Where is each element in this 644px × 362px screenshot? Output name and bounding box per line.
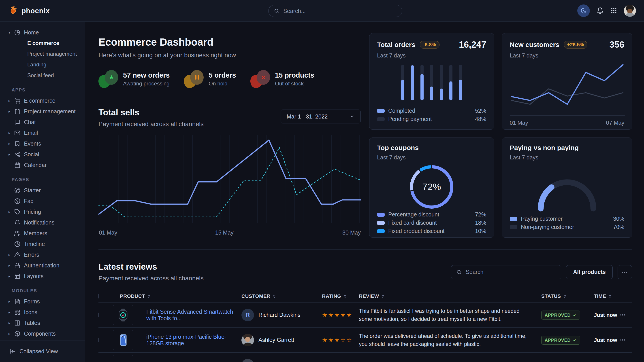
sidebar-item-icons[interactable]: ▸Icons xyxy=(0,307,85,318)
share-icon xyxy=(14,151,20,157)
check-icon: ✓ xyxy=(573,338,577,342)
theme-toggle-button[interactable] xyxy=(577,4,590,17)
date-range-select[interactable]: Mar 1 - 31, 2022 xyxy=(280,110,361,123)
caret-right-icon: ▸ xyxy=(8,131,10,135)
main-content: Ecommerce Dashboard Here's what's going … xyxy=(85,22,644,362)
sidebar-item-chat[interactable]: Chat xyxy=(0,117,85,127)
card-period: Last 7 days xyxy=(510,52,624,59)
users-icon xyxy=(14,230,20,236)
product-thumbnail[interactable] xyxy=(113,355,133,362)
row-checkbox[interactable] xyxy=(98,338,99,342)
sidebar-item-email[interactable]: ▸Email xyxy=(0,127,85,138)
sidebar-item-components[interactable]: ▸Components xyxy=(0,328,85,339)
help-icon xyxy=(14,198,20,204)
collapse-icon xyxy=(10,348,16,355)
table-row: iPhone 13 pro max-Pacific Blue-128GB sto… xyxy=(98,328,632,353)
sidebar-subitem-landing[interactable]: Landing xyxy=(0,59,85,70)
select-all-checkbox[interactable] xyxy=(98,294,99,299)
sidebar-subitem-social-feed[interactable]: Social feed xyxy=(0,70,85,81)
bookmark-icon xyxy=(14,141,20,147)
stat-success: ★57 new ordersAwating processing xyxy=(98,70,170,88)
card-title: New customers xyxy=(510,41,560,48)
product-thumbnail[interactable] xyxy=(113,330,133,350)
column-header-rating[interactable]: RATING xyxy=(322,293,359,299)
caret-right-icon: ▸ xyxy=(8,210,10,214)
sidebar-item-faq[interactable]: Faq xyxy=(0,196,85,206)
notifications-button[interactable] xyxy=(596,7,604,14)
global-search-input[interactable] xyxy=(283,7,396,14)
bell-icon xyxy=(14,220,20,226)
app-root: phoenix xyxy=(0,0,644,362)
sidebar: ▾HomeE commerceProject managementLanding… xyxy=(0,22,85,362)
row-checkbox[interactable] xyxy=(98,313,99,317)
stat-caption: On hold xyxy=(208,80,236,87)
caret-right-icon: ▸ xyxy=(8,142,10,146)
coupons-donut-chart: 72% xyxy=(408,163,455,210)
product-link[interactable]: Fitbit Sense Advanced Smartwatch with To… xyxy=(146,309,242,322)
total-orders-card: Total orders -6.8% 16,247 Last 7 days Co… xyxy=(369,33,494,130)
sidebar-subitem-e-commerce[interactable]: E commerce xyxy=(0,38,85,48)
reviews-subtitle: Payment received across all channels xyxy=(98,275,204,282)
reviews-table: PRODUCTCUSTOMERRATINGREVIEWSTATUSTIMEFit… xyxy=(98,290,632,362)
total-sells-title: Total sells xyxy=(98,108,204,117)
reviews-search[interactable] xyxy=(451,265,561,279)
product-link[interactable]: iPhone 13 pro max-Pacific Blue-128GB sto… xyxy=(146,334,242,347)
sidebar-item-timeline[interactable]: Timeline xyxy=(0,239,85,249)
sort-icon xyxy=(147,294,150,299)
sidebar-item-notifications[interactable]: Notifications xyxy=(0,217,85,228)
column-header-review[interactable]: REVIEW xyxy=(359,293,541,299)
column-header-time[interactable]: TIME xyxy=(594,293,620,299)
reviews-search-input[interactable] xyxy=(465,269,556,276)
legend-row: Non-paying customer70% xyxy=(510,223,624,231)
collapsed-view-toggle[interactable]: Collapsed View xyxy=(0,341,85,362)
new-customers-line-chart xyxy=(510,59,624,117)
more-options-button[interactable]: ... xyxy=(618,265,632,279)
chevron-down-icon xyxy=(350,114,355,119)
caret-right-icon: ▸ xyxy=(8,152,10,156)
sidebar-item-layouts[interactable]: ▸Layouts xyxy=(0,271,85,282)
sidebar-item-social[interactable]: ▸Social xyxy=(0,149,85,160)
axis-label-start: 01 May xyxy=(510,120,528,126)
orders-bar-chart xyxy=(377,63,486,102)
table-header-row: PRODUCTCUSTOMERRATINGREVIEWSTATUSTIME xyxy=(98,290,632,303)
sidebar-item-project-management[interactable]: ▸Project management xyxy=(0,106,85,117)
row-more-icon[interactable] xyxy=(620,314,632,316)
sidebar-item-pricing[interactable]: ▸Pricing xyxy=(0,206,85,217)
card-value: 16,247 xyxy=(459,39,486,50)
stat-value: 5 orders xyxy=(208,71,236,79)
sidebar-item-members[interactable]: Members xyxy=(0,228,85,239)
column-header-product[interactable]: PRODUCT xyxy=(120,293,242,299)
sidebar-item-e-commerce[interactable]: ▸E commerce xyxy=(0,95,85,106)
product-thumbnail[interactable] xyxy=(113,305,133,325)
sidebar-item-tables[interactable]: ▸Tables xyxy=(0,318,85,328)
column-header-customer[interactable]: CUSTOMER xyxy=(242,293,322,299)
new-customers-card: New customers +26.5% 356 Last 7 days 01 … xyxy=(502,33,632,130)
sidebar-item-starter[interactable]: Starter xyxy=(0,185,85,196)
customer-avatar xyxy=(242,359,254,362)
sidebar-item-home[interactable]: ▾Home xyxy=(0,27,85,38)
sidebar-subitem-project-management[interactable]: Project management xyxy=(0,48,85,59)
sidebar-item-forms[interactable]: ▸Forms xyxy=(0,296,85,307)
sidebar-item-authentication[interactable]: ▸Authentication xyxy=(0,260,85,271)
stat-caption: Awating processing xyxy=(123,80,170,87)
calendar-icon xyxy=(14,162,20,168)
global-search[interactable] xyxy=(268,5,402,17)
svg-text:01 May: 01 May xyxy=(99,229,117,236)
row-more-icon[interactable] xyxy=(620,340,632,341)
user-avatar[interactable] xyxy=(624,5,636,17)
stat-caption: Out of stock xyxy=(275,80,314,87)
sidebar-item-events[interactable]: ▸Events xyxy=(0,138,85,149)
apps-menu-button[interactable] xyxy=(610,7,617,14)
all-products-button[interactable]: All products xyxy=(566,265,613,279)
section-divider xyxy=(98,249,632,250)
sidebar-item-errors[interactable]: ▸Errors xyxy=(0,249,85,260)
column-header-status[interactable]: STATUS xyxy=(541,293,594,299)
date-range-value: Mar 1 - 31, 2022 xyxy=(287,113,328,120)
sidebar-item-calendar[interactable]: Calendar xyxy=(0,160,85,170)
brand[interactable]: phoenix xyxy=(8,5,50,16)
caret-right-icon: ▸ xyxy=(8,109,10,114)
layout-icon xyxy=(14,273,20,279)
sort-icon xyxy=(381,294,384,299)
pause-icon xyxy=(190,70,204,85)
clipboard-icon xyxy=(14,108,20,114)
